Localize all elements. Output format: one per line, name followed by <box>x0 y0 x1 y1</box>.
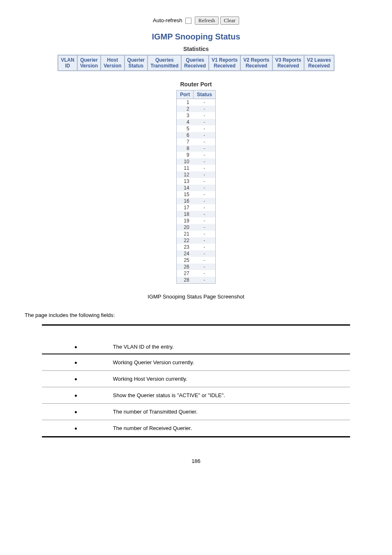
field-row: The number of Received Querier. <box>42 420 350 437</box>
router-row: 16- <box>177 198 216 204</box>
router-status-cell: - <box>194 191 216 198</box>
page-title: IGMP Snooping Status <box>25 32 367 42</box>
router-status-cell: - <box>194 277 216 284</box>
router-status-cell: - <box>194 152 216 158</box>
router-row: 8- <box>177 145 216 152</box>
router-row: 18- <box>177 211 216 217</box>
router-row: 22- <box>177 237 216 244</box>
router-row: 3- <box>177 112 216 119</box>
router-row: 25- <box>177 257 216 264</box>
stats-header-cell: V2 Leaves Received <box>304 55 334 71</box>
fields-table: The VLAN ID of the entry.Working Querier… <box>42 324 350 437</box>
router-row: 17- <box>177 204 216 211</box>
router-row: 5- <box>177 125 216 132</box>
router-status-cell: - <box>194 198 216 204</box>
stats-header-cell: V2 Reports Received <box>240 55 272 71</box>
router-port-subtitle: Router Port <box>25 81 367 88</box>
router-status-cell: - <box>194 257 216 264</box>
statistics-subtitle: Statistics <box>25 46 367 52</box>
router-status-cell: - <box>194 171 216 178</box>
router-port-cell: 19 <box>177 217 194 224</box>
router-row: 15- <box>177 191 216 198</box>
router-port-cell: 23 <box>177 244 194 250</box>
router-status-cell: - <box>194 106 216 112</box>
field-description-cell: The VLAN ID of the entry. <box>110 340 350 354</box>
router-status-cell: - <box>194 158 216 165</box>
router-status-cell: - <box>194 231 216 237</box>
router-status-cell: - <box>194 264 216 270</box>
router-port-cell: 20 <box>177 224 194 231</box>
router-status-cell: - <box>194 237 216 244</box>
router-port-cell: 4 <box>177 119 194 125</box>
router-port-cell: 26 <box>177 264 194 270</box>
router-port-cell: 17 <box>177 204 194 211</box>
field-row: Working Querier Version currently. <box>42 354 350 371</box>
field-row: The number of Transmitted Querier. <box>42 404 350 420</box>
refresh-button[interactable]: Refresh <box>195 16 219 25</box>
router-status-cell: - <box>194 139 216 145</box>
bullet-icon <box>75 428 77 430</box>
stats-header-cell: Queries Received <box>181 55 209 71</box>
router-status-cell: - <box>194 250 216 257</box>
router-port-cell: 24 <box>177 250 194 257</box>
router-status-cell: - <box>194 165 216 171</box>
field-object-cell <box>42 420 110 437</box>
stats-header-cell: VLAN ID <box>58 55 77 71</box>
router-status-cell: - <box>194 204 216 211</box>
router-row: 26- <box>177 264 216 270</box>
router-status-cell: - <box>194 112 216 119</box>
router-status-cell: - <box>194 178 216 185</box>
clear-button[interactable]: Clear <box>220 16 239 25</box>
field-description-cell: Working Host Version currently. <box>110 371 350 387</box>
stats-header-cell: Querier Version <box>77 55 101 71</box>
router-port-cell: 25 <box>177 257 194 264</box>
router-row: 7- <box>177 139 216 145</box>
router-row: 21- <box>177 231 216 237</box>
router-row: 6- <box>177 132 216 139</box>
router-port-cell: 2 <box>177 106 194 112</box>
field-description-cell: Show the Querier status is "ACTIVE" or "… <box>110 387 350 404</box>
router-port-cell: 3 <box>177 112 194 119</box>
auto-refresh-label: Auto-refresh <box>153 17 182 23</box>
router-row: 23- <box>177 244 216 250</box>
router-row: 28- <box>177 277 216 284</box>
router-status-cell: - <box>194 244 216 250</box>
router-port-cell: 28 <box>177 277 194 284</box>
router-row: 4- <box>177 119 216 125</box>
router-status-cell: - <box>194 217 216 224</box>
router-row: 12- <box>177 171 216 178</box>
auto-refresh-checkbox[interactable] <box>185 18 191 24</box>
router-status-cell: - <box>194 224 216 231</box>
router-port-table: Port Status 1-2-3-4-5-6-7-8-9-10-11-12-1… <box>176 90 216 284</box>
router-header-port: Port <box>177 90 194 99</box>
field-row: Show the Querier status is "ACTIVE" or "… <box>42 387 350 404</box>
field-object-cell <box>42 371 110 387</box>
router-status-cell: - <box>194 145 216 152</box>
bullet-icon <box>75 346 77 348</box>
stats-header-cell: V1 Reports Received <box>209 55 240 71</box>
router-port-cell: 6 <box>177 132 194 139</box>
router-port-cell: 14 <box>177 185 194 191</box>
field-row: Working Host Version currently. <box>42 371 350 387</box>
router-port-cell: 15 <box>177 191 194 198</box>
bullet-icon <box>75 362 77 364</box>
router-row: 9- <box>177 152 216 158</box>
field-description-cell: The number of Transmitted Querier. <box>110 404 350 420</box>
bullet-icon <box>75 395 77 397</box>
router-port-cell: 13 <box>177 178 194 185</box>
router-row: 2- <box>177 106 216 112</box>
field-description-cell: Working Querier Version currently. <box>110 354 350 371</box>
router-status-cell: - <box>194 185 216 191</box>
field-object-cell <box>42 387 110 404</box>
router-port-cell: 1 <box>177 99 194 106</box>
router-status-cell: - <box>194 270 216 277</box>
field-object-cell <box>42 340 110 354</box>
field-object-cell <box>42 404 110 420</box>
intro-text: The page includes the following fields: <box>25 312 367 318</box>
stats-header-cell: V3 Reports Received <box>272 55 304 71</box>
router-row: 11- <box>177 165 216 171</box>
router-row: 19- <box>177 217 216 224</box>
field-row: The VLAN ID of the entry. <box>42 340 350 354</box>
router-status-cell: - <box>194 211 216 217</box>
statistics-table: VLAN IDQuerier VersionHost VersionQuerie… <box>58 55 334 71</box>
